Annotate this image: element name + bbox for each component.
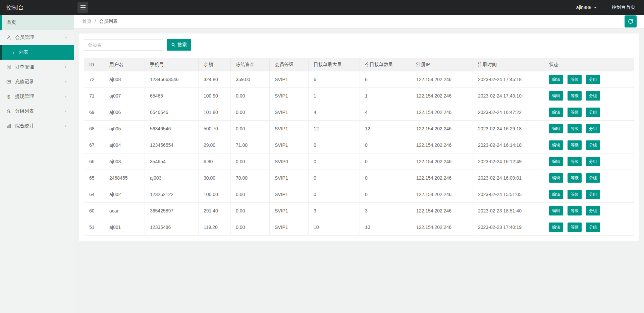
group-button[interactable]: 分组	[586, 108, 600, 117]
column-header: 冻结资金	[231, 58, 270, 71]
table-cell: 10	[360, 219, 411, 236]
table-cell: 72	[84, 71, 104, 88]
table-cell: 122.154.202.246	[411, 219, 473, 236]
table-cell: 119.20	[199, 219, 231, 236]
group-button[interactable]: 分组	[586, 190, 600, 199]
table-cell: 354654	[145, 153, 199, 170]
edit-button[interactable]: 编辑	[549, 190, 563, 199]
refresh-icon	[628, 18, 634, 24]
edit-button[interactable]: 编辑	[549, 75, 563, 84]
table-row: 51aj00112335486119.200.00SVIP11010122.15…	[84, 219, 634, 236]
table-cell: 2023-02-24 17:43:10	[473, 88, 544, 104]
edit-button[interactable]: 编辑	[549, 108, 563, 117]
column-header: 日接单最大量	[309, 58, 360, 71]
group-button[interactable]: 分组	[586, 75, 600, 84]
table-cell: 2023-02-24 16:12:49	[473, 153, 544, 170]
sidebar-item-recharge[interactable]: 充值记录	[0, 74, 74, 89]
table-cell: 65	[84, 170, 104, 186]
status-actions-cell: 编辑等级分组	[544, 121, 634, 137]
table-cell: 0	[360, 186, 411, 203]
breadcrumb-home[interactable]: 首页	[82, 18, 92, 24]
table-cell: 12335486	[145, 219, 199, 236]
sidebar-item-member[interactable]: 会员管理	[0, 30, 74, 45]
level-button[interactable]: 等级	[568, 124, 582, 133]
level-button[interactable]: 等级	[568, 75, 582, 84]
table-cell: 2023-02-24 16:09:01	[473, 170, 544, 186]
user-menu[interactable]: ajin888	[572, 0, 602, 15]
sidebar-item-member-list[interactable]: ›列表	[0, 45, 74, 60]
column-header: 会员等级	[270, 58, 309, 71]
edit-button[interactable]: 编辑	[549, 206, 563, 215]
table-cell: aj003	[145, 170, 199, 186]
table-cell: 122.154.202.246	[411, 88, 473, 104]
sidebar-item-stats[interactable]: 综合统计	[0, 119, 74, 133]
group-button[interactable]: 分组	[586, 124, 600, 133]
table-cell: SVIP1	[270, 71, 309, 88]
console-home-link[interactable]: 控制台首页	[602, 0, 644, 15]
sidebar-item-withdraw[interactable]: $提现管理	[0, 89, 74, 104]
refresh-button[interactable]	[625, 15, 637, 27]
hamburger-menu-icon[interactable]	[77, 2, 88, 13]
status-actions-cell: 编辑等级分组	[544, 137, 634, 153]
level-button[interactable]: 等级	[568, 140, 582, 150]
level-button[interactable]: 等级	[568, 206, 582, 215]
table-cell: 2023-02-24 16:29:18	[473, 121, 544, 137]
table-cell: 123252122	[145, 186, 199, 203]
stats-icon	[6, 123, 11, 129]
table-cell: 30.00	[199, 170, 231, 186]
table-cell: 69	[84, 104, 104, 121]
edit-button[interactable]: 编辑	[549, 157, 563, 166]
sidebar-item-orders[interactable]: 订单管理	[0, 60, 74, 74]
sidebar-item-groups[interactable]: 分组列表	[0, 104, 74, 119]
table-row: 66aj0033546546.800.00SVIP000122.154.202.…	[84, 153, 634, 170]
table-cell: SVIP1	[270, 219, 309, 236]
sidebar-item-home[interactable]: 首页	[0, 15, 74, 30]
level-button[interactable]: 等级	[568, 157, 582, 166]
breadcrumb: 首页 / 会员列表	[82, 18, 118, 24]
edit-button[interactable]: 编辑	[549, 140, 563, 150]
level-button[interactable]: 等级	[568, 91, 582, 101]
search-button[interactable]: 搜索	[167, 39, 191, 51]
member-name-input[interactable]	[84, 39, 163, 51]
header-right: ajin888 控制台首页	[572, 0, 644, 15]
table-cell: aj004	[104, 137, 145, 153]
level-button[interactable]: 等级	[568, 108, 582, 117]
dollar-icon: $	[6, 94, 11, 99]
group-button[interactable]: 分组	[586, 91, 600, 101]
table-cell: 324.80	[199, 71, 231, 88]
level-button[interactable]: 等级	[568, 223, 582, 232]
level-button[interactable]: 等级	[568, 173, 582, 183]
edit-button[interactable]: 编辑	[549, 223, 563, 232]
edit-button[interactable]: 编辑	[549, 173, 563, 183]
group-button[interactable]: 分组	[586, 173, 600, 183]
table-cell: 4	[309, 104, 360, 121]
group-button[interactable]: 分组	[586, 157, 600, 166]
group-button[interactable]: 分组	[586, 140, 600, 150]
table-cell: 291.40	[199, 203, 231, 219]
group-button[interactable]: 分组	[586, 206, 600, 215]
edit-button[interactable]: 编辑	[549, 91, 563, 101]
sidebar-item-label: 提现管理	[15, 93, 34, 100]
column-header: ID	[84, 58, 104, 71]
table-cell: 0	[309, 186, 360, 203]
table-cell: 122.154.202.246	[411, 203, 473, 219]
group-button[interactable]: 分组	[586, 223, 600, 232]
table-cell: acai	[104, 203, 145, 219]
search-button-label: 搜索	[177, 42, 187, 48]
table-cell: 2023-02-24 16:47:22	[473, 104, 544, 121]
table-cell: 122.154.202.246	[411, 71, 473, 88]
group-icon	[6, 109, 11, 114]
table-cell: aj003	[104, 153, 145, 170]
table-cell: 122.154.202.246	[411, 104, 473, 121]
table-cell: 0.00	[231, 121, 270, 137]
table-cell: 10	[309, 219, 360, 236]
table-cell: aj007	[104, 88, 145, 104]
toolbar: 首页 / 会员列表	[74, 15, 644, 28]
edit-button[interactable]: 编辑	[549, 124, 563, 133]
status-actions-cell: 编辑等级分组	[544, 170, 634, 186]
table-cell: 0	[360, 137, 411, 153]
table-cell: SVIP1	[270, 203, 309, 219]
table-cell: 122.154.202.246	[411, 121, 473, 137]
level-button[interactable]: 等级	[568, 190, 582, 199]
chevron-left-icon	[64, 65, 68, 69]
